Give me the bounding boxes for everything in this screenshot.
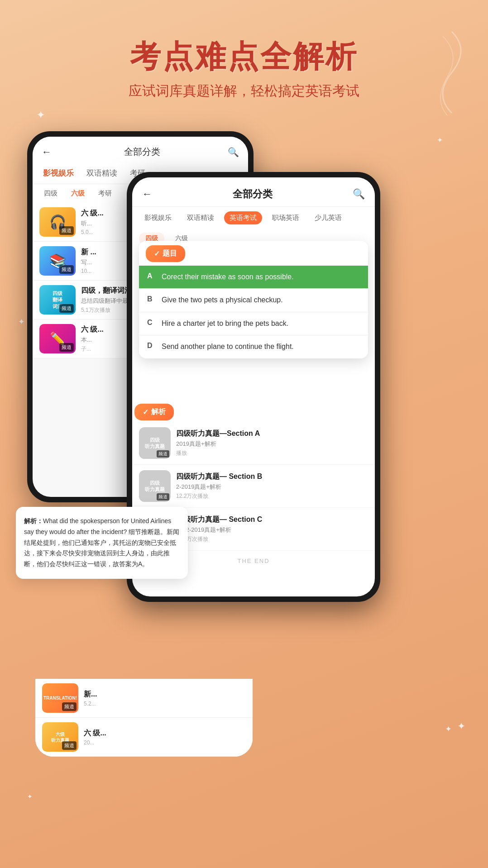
back-bottom-info-1: 新... 5.2...: [84, 690, 246, 707]
back-search-icon[interactable]: 🔍: [228, 147, 239, 157]
front-item-desc-2: 2-2019真题+解析: [176, 483, 368, 491]
front-tabs-row: 影视娱乐 双语精读 英语考试 职场英语 少儿英语: [132, 207, 375, 229]
back-bottom-item-1[interactable]: TRANSLATION! 频道 新... 5.2...: [35, 679, 253, 718]
back-nav: ← 全部分类 🔍: [33, 137, 248, 162]
front-nav: ← 全部分类 🔍: [132, 177, 375, 207]
back-label-2: 频道: [59, 265, 74, 274]
analysis-box: 解析：What did the spokesperson for United …: [16, 507, 188, 579]
front-item-desc-3: 2022-2019真题+解析: [176, 526, 368, 534]
front-item-count-3: 12.2万次播放: [176, 535, 368, 543]
front-tab-entertainment[interactable]: 影视娱乐: [139, 211, 177, 224]
front-tab-bilingual[interactable]: 双语精读: [182, 211, 220, 224]
front-back-icon[interactable]: ←: [142, 188, 152, 200]
back-arrow-icon[interactable]: ←: [42, 146, 52, 158]
deco-swirl: [416, 27, 470, 118]
back-bottom-count-1: 5.2...: [84, 701, 246, 707]
analysis-badge: ✓ 解析: [134, 404, 174, 420]
back-bottom-item-2[interactable]: 六级听力真题 频道 六 级... 20...: [35, 718, 253, 757]
main-title: 考点难点全解析: [0, 36, 488, 77]
option-d-letter: D: [147, 342, 156, 350]
front-item-title-3: 四级听力真题— Section C: [176, 515, 368, 525]
front-thumb-text-2: 四级听力真题: [145, 480, 165, 493]
option-a-letter: A: [147, 272, 156, 280]
back-bottom-count-2: 20...: [84, 739, 246, 746]
sparkle-3: ✦: [18, 317, 25, 327]
option-b-letter: B: [147, 295, 156, 303]
back-subtab-kaoyan[interactable]: 考研: [94, 188, 116, 199]
back-phone-bottom: TRANSLATION! 频道 新... 5.2... 六级听力真题 频道 六 …: [35, 679, 253, 757]
front-label-2: 频道: [157, 493, 169, 501]
sparkle-4: ✦: [457, 720, 465, 732]
question-card: ✓ 题目 A Corect their mistake as soon as p…: [139, 241, 368, 358]
back-thumb-1: 🎧 频道: [39, 207, 76, 237]
back-bottom-title-1: 新...: [84, 690, 246, 699]
front-item-info-2: 四级听力真题— Section B 2-2019真题+解析 12.2万次播放: [176, 472, 368, 501]
check-icon: ✓: [154, 249, 160, 258]
front-thumb-2: 四级听力真题 频道: [139, 470, 171, 502]
option-a-row[interactable]: A Corect their mistake as soon as possib…: [139, 266, 368, 289]
front-tab-workplace[interactable]: 职场英语: [267, 211, 305, 224]
back-bottom-label-1: 频道: [62, 702, 77, 711]
sparkle-1: ✦: [36, 109, 45, 121]
front-item-title-2: 四级听力真题— Section B: [176, 472, 368, 482]
back-bottom-title-2: 六 级...: [84, 729, 246, 738]
option-c-letter: C: [147, 319, 156, 327]
analysis-check-icon: ✓: [143, 408, 148, 416]
question-badge: ✓ 题目: [146, 245, 185, 262]
front-label-1: 频道: [157, 450, 169, 458]
option-d-row[interactable]: D Send another plane to continue the fli…: [139, 335, 368, 358]
front-item-info-3: 四级听力真题— Section C 2022-2019真题+解析 12.2万次播…: [176, 515, 368, 544]
question-badge-label: 题目: [163, 249, 177, 258]
header-area: 考点难点全解析 应试词库真题详解，轻松搞定英语考试: [0, 36, 488, 100]
back-label-3: 频道: [59, 304, 74, 313]
front-search-icon[interactable]: 🔍: [353, 188, 365, 200]
back-bottom-thumb-1: TRANSLATION! 频道: [42, 683, 78, 713]
front-item-count-2: 12.2万次播放: [176, 492, 368, 500]
analysis-text: 解析：: [24, 517, 43, 525]
front-nav-title: 全部分类: [152, 187, 353, 201]
sparkle-2: ✦: [437, 136, 443, 144]
back-bottom-info-2: 六 级... 20...: [84, 729, 246, 746]
option-c-row[interactable]: C Hire a charter jet to bring the pets b…: [139, 312, 368, 335]
analysis-badge-label: 解析: [151, 407, 166, 417]
option-c-text: Hire a charter jet to bring the pets bac…: [162, 319, 288, 329]
front-item-desc-1: 2019真题+解析: [176, 440, 368, 448]
back-label-1: 频道: [59, 226, 74, 235]
front-item-title-1: 四级听力真题—Section A: [176, 429, 368, 439]
back-thumb-3: 四级翻译词汇 频道: [39, 285, 76, 315]
front-thumb-1: 四级听力真题 频道: [139, 427, 171, 459]
back-tab-bilingual[interactable]: 双语精读: [83, 166, 121, 180]
sparkle-6: ✦: [445, 724, 452, 734]
back-tab-entertainment[interactable]: 影视娱乐: [39, 166, 77, 180]
option-d-text: Send another plane to continue the fligh…: [162, 342, 294, 352]
option-b-row[interactable]: B Give the two pets a physical checkup.: [139, 289, 368, 312]
option-b-text: Give the two pets a physical checkup.: [162, 295, 283, 305]
front-tab-english-exam[interactable]: 英语考试: [224, 211, 262, 224]
front-list-item-2[interactable]: 四级听力真题 频道 四级听力真题— Section B 2-2019真题+解析 …: [132, 465, 375, 508]
front-list-item-1[interactable]: 四级听力真题 频道 四级听力真题—Section A 2019真题+解析 播放: [132, 422, 375, 465]
front-item-info-1: 四级听力真题—Section A 2019真题+解析 播放: [176, 429, 368, 458]
back-label-4: 频道: [59, 343, 74, 352]
back-nav-title: 全部分类: [56, 146, 228, 158]
front-thumb-text-1: 四级听力真题: [145, 437, 165, 450]
back-thumb-2: 📚 频道: [39, 246, 76, 276]
front-item-count-1: 播放: [176, 449, 368, 457]
analysis-body: What did the spokesperson for United Air…: [24, 517, 179, 568]
back-bottom-thumb-2: 六级听力真题 频道: [42, 722, 78, 752]
back-subtab-6[interactable]: 六级: [67, 188, 89, 199]
main-subtitle: 应试词库真题详解，轻松搞定英语考试: [0, 82, 488, 100]
sparkle-5: ✦: [27, 793, 33, 800]
back-bottom-label-2: 频道: [62, 741, 77, 750]
back-subtab-4[interactable]: 四级: [39, 188, 62, 199]
front-tab-children[interactable]: 少儿英语: [309, 211, 347, 224]
option-a-text: Corect their mistake as soon as possible…: [162, 272, 294, 282]
back-thumb-4: ✏️ 频道: [39, 324, 76, 353]
